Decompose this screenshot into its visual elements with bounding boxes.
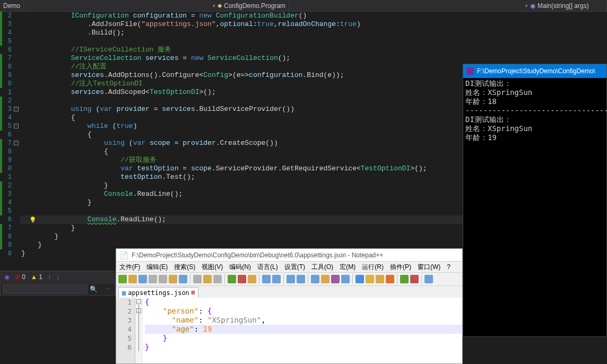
line-numbers: 23456789012345678901234567890 (2, 12, 13, 271)
search-icon[interactable]: 🔍 (90, 285, 98, 293)
menu-item[interactable]: 窗口(W) (418, 263, 440, 272)
toolbar-button[interactable] (410, 275, 419, 283)
toolbar-button[interactable] (213, 275, 222, 283)
toolbar-button[interactable] (366, 275, 374, 283)
notepadpp-titlebar[interactable]: 📄 F:\DemoProject\StudyDemo\ConfigDemo\bi… (116, 249, 462, 262)
method-icon: ◉ (530, 2, 535, 10)
notepadpp-fold-column[interactable]: −− (135, 298, 143, 363)
toolbar-button[interactable] (341, 275, 350, 283)
toolbar-button[interactable] (118, 275, 127, 283)
notepadpp-tab-row: ▦ appsettings.json ⊠ (116, 286, 462, 298)
console-output[interactable]: DI测试输出： 姓名：XSpringSun 年龄：18 ------------… (463, 78, 606, 143)
search-input[interactable] (3, 284, 88, 294)
file-icon: ▦ (122, 289, 126, 297)
back-icon[interactable]: ← (106, 285, 112, 293)
menu-item[interactable]: 语言(L) (257, 263, 278, 272)
toolbar-button[interactable] (169, 275, 177, 283)
toolbar-button[interactable] (203, 275, 212, 283)
toolbar-button[interactable] (287, 275, 295, 283)
breadcrumb-class[interactable]: ▾ ◆ ConfigDemo.Program (210, 0, 289, 11)
notepadpp-menubar: 文件(F)编辑(E)搜索(S)视图(V)编码(N)语言(L)设置(T)工具(O)… (116, 262, 462, 272)
toolbar-button[interactable] (159, 275, 167, 283)
breadcrumb-bar: Demo ▾ ◆ ConfigDemo.Program ▾ ◉ Main(str… (0, 0, 607, 12)
menu-item[interactable]: 编码(N) (229, 263, 251, 272)
menu-item[interactable]: ? (447, 263, 450, 271)
toolbar-button[interactable] (272, 275, 281, 283)
toolbar-button[interactable] (386, 275, 394, 283)
toolbar-button[interactable] (297, 275, 305, 283)
notepadpp-tab[interactable]: ▦ appsettings.json ⊠ (118, 287, 198, 298)
class-icon: ◆ (218, 2, 222, 9)
toolbar-button[interactable] (331, 275, 340, 283)
close-icon[interactable]: ⊠ (192, 289, 195, 296)
console-titlebar[interactable]: F:\DemoProject\StudyDemo\ConfigDemo\ (463, 64, 606, 78)
toolbar-button[interactable] (238, 275, 246, 283)
breadcrumb-method[interactable]: ▾ ◉ Main(string[] args) (522, 0, 607, 11)
notepadpp-code[interactable]: { "person": { "name": "XSpringSun", "age… (143, 298, 462, 363)
search-panel: 🔍 ← → (0, 283, 116, 296)
next-error-icon[interactable]: ↓ (56, 273, 59, 281)
console-window: F:\DemoProject\StudyDemo\ConfigDemo\ DI测… (463, 64, 607, 337)
fold-column[interactable]: −−− (13, 12, 20, 271)
notepadpp-app-icon: 📄 (119, 251, 128, 259)
menu-item[interactable]: 视图(V) (202, 263, 223, 272)
menu-item[interactable]: 文件(F) (119, 263, 140, 272)
menu-item[interactable]: 宏(M) (340, 263, 355, 272)
notepadpp-toolbar (116, 272, 462, 286)
toolbar-button[interactable] (138, 275, 147, 283)
chevron-down-icon: ▾ (525, 3, 528, 8)
breadcrumb-namespace[interactable]: Demo (0, 0, 24, 11)
notepadpp-line-numbers: 123456 (116, 298, 135, 363)
toolbar-button[interactable] (311, 275, 319, 283)
menu-item[interactable]: 工具(O) (311, 263, 333, 272)
toolbar-button[interactable] (424, 275, 433, 283)
menu-item[interactable]: 搜索(S) (174, 263, 195, 272)
toolbar-button[interactable] (128, 275, 137, 283)
menu-item[interactable]: 编辑(E) (146, 263, 168, 272)
menu-item[interactable]: 设置(T) (284, 263, 305, 272)
toolbar-button[interactable] (149, 275, 157, 283)
toolbar-button[interactable] (228, 275, 236, 283)
info-icon[interactable]: ◉ (4, 273, 10, 281)
notepadpp-editor[interactable]: 123456 −− { "person": { "name": "XSpring… (116, 298, 462, 363)
toolbar-button[interactable] (248, 275, 256, 283)
toolbar-button[interactable] (193, 275, 202, 283)
lightbulb-icon[interactable]: 💡 (29, 216, 36, 223)
console-icon (466, 67, 474, 75)
warning-count[interactable]: ▲ 1 (31, 273, 42, 281)
menu-item[interactable]: 运行(R) (362, 263, 384, 272)
toolbar-button[interactable] (376, 275, 384, 283)
chevron-down-icon: ▾ (213, 3, 215, 8)
menu-item[interactable]: 插件(P) (390, 263, 411, 272)
error-count[interactable]: ⊘ 0 (15, 273, 25, 281)
toolbar-button[interactable] (400, 275, 409, 283)
toolbar-button[interactable] (321, 275, 329, 283)
prev-error-icon[interactable]: ↑ (48, 273, 51, 281)
toolbar-button[interactable] (355, 275, 364, 283)
toolbar-button[interactable] (179, 275, 187, 283)
notepadpp-window: 📄 F:\DemoProject\StudyDemo\ConfigDemo\bi… (116, 248, 463, 364)
toolbar-button[interactable] (262, 275, 271, 283)
